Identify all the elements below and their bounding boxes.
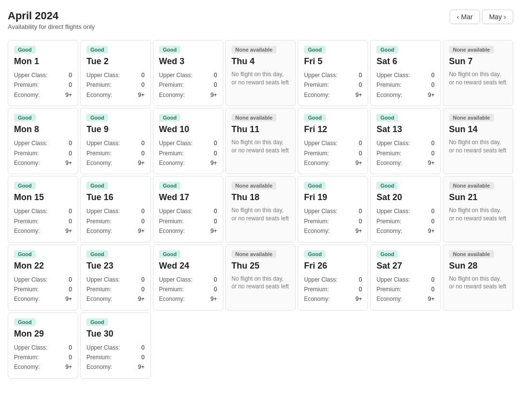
economy-value: 9+ — [210, 90, 217, 100]
day-cell-tue2[interactable]: GoodTue 2Upper Class:0Premium:0Economy:9… — [80, 40, 151, 106]
status-badge-mon15: Good — [14, 182, 36, 190]
day-name-wed3: Wed 3 — [159, 56, 217, 67]
day-cell-sun7[interactable]: None availableSun 7No flight on this day… — [443, 40, 513, 106]
economy-value: 9+ — [138, 158, 145, 168]
upper-class-row-mon29: Upper Class:0 — [14, 343, 72, 352]
premium-value: 0 — [431, 217, 435, 226]
day-cell-sun21[interactable]: None availableSun 21No flight on this da… — [443, 176, 513, 242]
day-cell-thu11[interactable]: None availableThu 11No flight on this da… — [225, 108, 296, 174]
day-name-thu25: Thu 25 — [232, 261, 289, 271]
premium-value: 0 — [359, 285, 362, 294]
day-cell-tue30[interactable]: GoodTue 30Upper Class:0Premium:0Economy:… — [80, 312, 151, 379]
day-cell-thu4[interactable]: None availableThu 4No flight on this day… — [225, 40, 296, 106]
day-cell-tue16[interactable]: GoodTue 16Upper Class:0Premium:0Economy:… — [80, 176, 151, 242]
premium-row-wed3: Premium:0 — [159, 80, 217, 90]
premium-value: 0 — [141, 285, 145, 294]
day-cell-thu18[interactable]: None availableThu 18No flight on this da… — [225, 176, 296, 242]
day-name-fri26: Fri 26 — [304, 261, 362, 271]
upper-class-value: 0 — [431, 206, 435, 216]
economy-row-mon15: Economy:9+ — [14, 226, 72, 236]
economy-label: Economy: — [86, 362, 112, 372]
day-cell-fri5[interactable]: GoodFri 5Upper Class:0Premium:0Economy:9… — [298, 40, 368, 106]
day-cell-sun14[interactable]: None availableSun 14No flight on this da… — [443, 108, 513, 174]
economy-value: 9+ — [428, 294, 435, 304]
day-name-wed24: Wed 24 — [159, 261, 217, 271]
day-cell-mon22[interactable]: GoodMon 22Upper Class:0Premium:0Economy:… — [8, 244, 78, 311]
upper-class-label: Upper Class: — [376, 138, 410, 148]
premium-row-tue23: Premium:0 — [86, 285, 144, 294]
day-cell-tue23[interactable]: GoodTue 23Upper Class:0Premium:0Economy:… — [80, 244, 151, 311]
economy-row-fri5: Economy:9+ — [304, 90, 362, 100]
day-cell-sat6[interactable]: GoodSat 6Upper Class:0Premium:0Economy:9… — [370, 40, 440, 106]
day-cell-sun28[interactable]: None availableSun 28No flight on this da… — [443, 244, 513, 311]
upper-class-value: 0 — [214, 138, 217, 148]
upper-class-label: Upper Class: — [86, 275, 120, 285]
page-subtitle: Availability for direct flights only — [8, 23, 95, 30]
day-cell-tue9[interactable]: GoodTue 9Upper Class:0Premium:0Economy:9… — [80, 108, 151, 174]
day-name-fri12: Fri 12 — [304, 124, 362, 135]
upper-class-label: Upper Class: — [86, 206, 120, 216]
upper-class-label: Upper Class: — [376, 70, 410, 80]
upper-class-value: 0 — [141, 138, 145, 148]
upper-class-row-sat13: Upper Class:0 — [376, 138, 434, 148]
upper-class-value: 0 — [431, 138, 435, 148]
premium-label: Premium: — [376, 149, 401, 158]
day-cell-thu25[interactable]: None availableThu 25No flight on this da… — [225, 244, 296, 311]
status-badge-sat6: Good — [376, 46, 398, 54]
day-cell-wed17[interactable]: GoodWed 17Upper Class:0Premium:0Economy:… — [153, 176, 223, 242]
day-cell-mon29[interactable]: GoodMon 29Upper Class:0Premium:0Economy:… — [8, 312, 78, 379]
day-cell-mon15[interactable]: GoodMon 15Upper Class:0Premium:0Economy:… — [8, 176, 78, 242]
prev-month-button[interactable]: ‹ Mar — [450, 10, 480, 24]
premium-label: Premium: — [304, 149, 329, 158]
premium-label: Premium: — [376, 217, 401, 226]
premium-label: Premium: — [14, 352, 39, 362]
day-cell-sat27[interactable]: GoodSat 27Upper Class:0Premium:0Economy:… — [370, 244, 440, 311]
upper-class-row-sat6: Upper Class:0 — [376, 70, 434, 80]
premium-row-sat27: Premium:0 — [376, 285, 434, 294]
status-badge-thu4: None available — [232, 46, 276, 54]
day-name-mon1: Mon 1 — [14, 56, 72, 67]
upper-class-label: Upper Class: — [304, 138, 337, 148]
day-cell-wed10[interactable]: GoodWed 10Upper Class:0Premium:0Economy:… — [153, 108, 223, 174]
premium-row-mon15: Premium:0 — [14, 217, 72, 226]
day-cell-fri19[interactable]: GoodFri 19Upper Class:0Premium:0Economy:… — [298, 176, 368, 242]
premium-label: Premium: — [376, 80, 401, 90]
premium-row-tue2: Premium:0 — [86, 80, 144, 90]
day-name-tue30: Tue 30 — [86, 329, 144, 339]
economy-label: Economy: — [14, 362, 40, 372]
premium-value: 0 — [359, 80, 362, 90]
status-badge-wed10: Good — [159, 114, 181, 122]
day-cell-wed3[interactable]: GoodWed 3Upper Class:0Premium:0Economy:9… — [153, 40, 223, 106]
economy-row-sat13: Economy:9+ — [376, 158, 434, 168]
day-cell-sat20[interactable]: GoodSat 20Upper Class:0Premium:0Economy:… — [370, 176, 440, 242]
day-cell-mon8[interactable]: GoodMon 8Upper Class:0Premium:0Economy:9… — [8, 108, 78, 174]
economy-label: Economy: — [159, 158, 185, 168]
economy-value: 9+ — [66, 158, 72, 168]
economy-row-tue16: Economy:9+ — [86, 226, 144, 236]
status-badge-fri5: Good — [304, 46, 326, 54]
day-cell-sat13[interactable]: GoodSat 13Upper Class:0Premium:0Economy:… — [370, 108, 440, 174]
day-cell-mon1[interactable]: GoodMon 1Upper Class:0Premium:0Economy:9… — [8, 40, 78, 106]
premium-row-mon29: Premium:0 — [14, 352, 72, 362]
premium-label: Premium: — [14, 217, 39, 226]
next-month-button[interactable]: May › — [482, 10, 513, 24]
day-name-tue2: Tue 2 — [86, 56, 144, 67]
economy-row-wed24: Economy:9+ — [159, 294, 217, 304]
status-badge-tue9: Good — [86, 114, 108, 122]
day-cell-wed24[interactable]: GoodWed 24Upper Class:0Premium:0Economy:… — [153, 244, 223, 311]
day-cell-fri12[interactable]: GoodFri 12Upper Class:0Premium:0Economy:… — [298, 108, 368, 174]
status-badge-wed17: Good — [159, 182, 181, 190]
economy-row-mon29: Economy:9+ — [14, 362, 72, 372]
premium-label: Premium: — [159, 80, 184, 90]
economy-label: Economy: — [86, 90, 112, 100]
economy-value: 9+ — [428, 158, 435, 168]
day-name-mon29: Mon 29 — [14, 329, 72, 339]
day-cell-fri26[interactable]: GoodFri 26Upper Class:0Premium:0Economy:… — [298, 244, 368, 311]
premium-value: 0 — [69, 352, 72, 362]
economy-value: 9+ — [428, 90, 435, 100]
no-flight-text-sun7: No flight on this day, or no reward seat… — [449, 70, 507, 87]
upper-class-row-sat20: Upper Class:0 — [376, 206, 434, 216]
upper-class-label: Upper Class: — [86, 343, 120, 352]
chevron-right-icon: › — [504, 13, 506, 21]
premium-row-mon22: Premium:0 — [14, 285, 72, 294]
